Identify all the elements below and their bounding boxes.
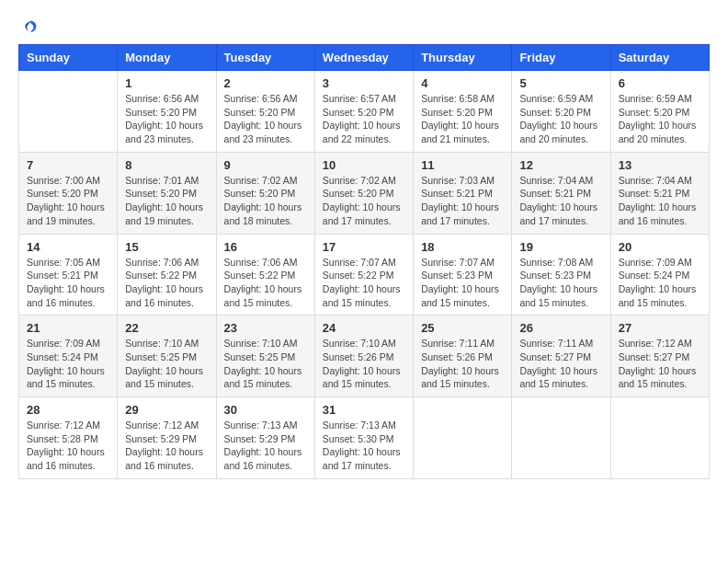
calendar-cell: 24Sunrise: 7:10 AM Sunset: 5:26 PM Dayli… <box>314 316 413 397</box>
calendar-cell: 10Sunrise: 7:02 AM Sunset: 5:20 PM Dayli… <box>314 152 413 234</box>
calendar-cell: 11Sunrise: 7:03 AM Sunset: 5:21 PM Dayli… <box>414 152 512 234</box>
calendar-cell <box>610 397 709 479</box>
calendar-cell: 19Sunrise: 7:08 AM Sunset: 5:23 PM Dayli… <box>512 234 610 316</box>
day-number: 1 <box>125 76 208 90</box>
calendar-cell: 1Sunrise: 6:56 AM Sunset: 5:20 PM Daylig… <box>118 71 216 153</box>
day-number: 19 <box>519 240 602 254</box>
logo <box>18 18 39 35</box>
day-number: 31 <box>323 403 405 417</box>
logo-bird-icon <box>22 18 39 35</box>
calendar-cell: 25Sunrise: 7:11 AM Sunset: 5:26 PM Dayli… <box>414 316 512 397</box>
calendar-header: SundayMondayTuesdayWednesdayThursdayFrid… <box>19 45 710 71</box>
header-friday: Friday <box>512 45 610 71</box>
week-row-3: 14Sunrise: 7:05 AM Sunset: 5:21 PM Dayli… <box>19 234 710 316</box>
week-row-5: 28Sunrise: 7:12 AM Sunset: 5:28 PM Dayli… <box>19 397 710 479</box>
day-number: 20 <box>619 240 701 254</box>
day-number: 9 <box>224 158 307 172</box>
cell-info: Sunrise: 7:04 AM Sunset: 5:21 PM Dayligh… <box>519 174 602 228</box>
calendar-cell <box>512 397 610 479</box>
calendar-cell: 26Sunrise: 7:11 AM Sunset: 5:27 PM Dayli… <box>512 316 610 397</box>
week-row-2: 7Sunrise: 7:00 AM Sunset: 5:20 PM Daylig… <box>19 152 710 234</box>
cell-info: Sunrise: 6:57 AM Sunset: 5:20 PM Dayligh… <box>323 92 405 146</box>
day-number: 2 <box>224 76 307 90</box>
cell-info: Sunrise: 7:05 AM Sunset: 5:21 PM Dayligh… <box>27 256 109 310</box>
cell-info: Sunrise: 6:58 AM Sunset: 5:20 PM Dayligh… <box>421 92 504 146</box>
calendar-cell: 23Sunrise: 7:10 AM Sunset: 5:25 PM Dayli… <box>216 316 314 397</box>
calendar-cell: 17Sunrise: 7:07 AM Sunset: 5:22 PM Dayli… <box>314 234 413 316</box>
cell-info: Sunrise: 7:02 AM Sunset: 5:20 PM Dayligh… <box>224 174 307 228</box>
cell-info: Sunrise: 7:11 AM Sunset: 5:26 PM Dayligh… <box>421 337 504 391</box>
cell-info: Sunrise: 7:03 AM Sunset: 5:21 PM Dayligh… <box>421 174 504 228</box>
day-number: 10 <box>323 158 405 172</box>
day-number: 28 <box>27 403 109 417</box>
cell-info: Sunrise: 6:56 AM Sunset: 5:20 PM Dayligh… <box>125 92 208 146</box>
cell-info: Sunrise: 6:59 AM Sunset: 5:20 PM Dayligh… <box>619 92 701 146</box>
cell-info: Sunrise: 7:10 AM Sunset: 5:25 PM Dayligh… <box>224 337 307 391</box>
day-number: 29 <box>125 403 208 417</box>
header-saturday: Saturday <box>610 45 709 71</box>
calendar-cell: 20Sunrise: 7:09 AM Sunset: 5:24 PM Dayli… <box>610 234 709 316</box>
day-number: 18 <box>421 240 504 254</box>
day-number: 14 <box>27 240 109 254</box>
cell-info: Sunrise: 6:56 AM Sunset: 5:20 PM Dayligh… <box>224 92 307 146</box>
day-number: 17 <box>323 240 405 254</box>
cell-info: Sunrise: 6:59 AM Sunset: 5:20 PM Dayligh… <box>519 92 602 146</box>
cell-info: Sunrise: 7:12 AM Sunset: 5:27 PM Dayligh… <box>619 337 701 391</box>
calendar-cell: 6Sunrise: 6:59 AM Sunset: 5:20 PM Daylig… <box>610 71 709 153</box>
calendar-cell: 28Sunrise: 7:12 AM Sunset: 5:28 PM Dayli… <box>19 397 118 479</box>
calendar-cell: 22Sunrise: 7:10 AM Sunset: 5:25 PM Dayli… <box>118 316 216 397</box>
calendar-body: 1Sunrise: 6:56 AM Sunset: 5:20 PM Daylig… <box>19 71 710 479</box>
day-number: 16 <box>224 240 307 254</box>
cell-info: Sunrise: 7:13 AM Sunset: 5:30 PM Dayligh… <box>323 419 405 473</box>
header-tuesday: Tuesday <box>216 45 314 71</box>
cell-info: Sunrise: 7:06 AM Sunset: 5:22 PM Dayligh… <box>224 256 307 310</box>
calendar-cell: 8Sunrise: 7:01 AM Sunset: 5:20 PM Daylig… <box>118 152 216 234</box>
calendar-cell: 4Sunrise: 6:58 AM Sunset: 5:20 PM Daylig… <box>414 71 512 153</box>
day-number: 30 <box>224 403 307 417</box>
calendar-cell: 21Sunrise: 7:09 AM Sunset: 5:24 PM Dayli… <box>19 316 118 397</box>
cell-info: Sunrise: 7:02 AM Sunset: 5:20 PM Dayligh… <box>323 174 405 228</box>
day-number: 26 <box>519 321 602 335</box>
calendar-cell: 30Sunrise: 7:13 AM Sunset: 5:29 PM Dayli… <box>216 397 314 479</box>
day-number: 7 <box>27 158 109 172</box>
calendar-cell: 31Sunrise: 7:13 AM Sunset: 5:30 PM Dayli… <box>314 397 413 479</box>
header-sunday: Sunday <box>19 45 118 71</box>
day-number: 27 <box>619 321 701 335</box>
day-number: 13 <box>619 158 701 172</box>
cell-info: Sunrise: 7:10 AM Sunset: 5:25 PM Dayligh… <box>125 337 208 391</box>
calendar-cell: 3Sunrise: 6:57 AM Sunset: 5:20 PM Daylig… <box>314 71 413 153</box>
day-number: 3 <box>323 76 405 90</box>
day-number: 21 <box>27 321 109 335</box>
cell-info: Sunrise: 7:01 AM Sunset: 5:20 PM Dayligh… <box>125 174 208 228</box>
calendar-cell: 12Sunrise: 7:04 AM Sunset: 5:21 PM Dayli… <box>512 152 610 234</box>
day-number: 15 <box>125 240 208 254</box>
day-number: 6 <box>619 76 701 90</box>
calendar-cell <box>19 71 118 153</box>
cell-info: Sunrise: 7:11 AM Sunset: 5:27 PM Dayligh… <box>519 337 602 391</box>
header-row: SundayMondayTuesdayWednesdayThursdayFrid… <box>19 45 710 71</box>
calendar-cell: 16Sunrise: 7:06 AM Sunset: 5:22 PM Dayli… <box>216 234 314 316</box>
day-number: 8 <box>125 158 208 172</box>
day-number: 22 <box>125 321 208 335</box>
header-monday: Monday <box>118 45 216 71</box>
calendar-cell: 18Sunrise: 7:07 AM Sunset: 5:23 PM Dayli… <box>414 234 512 316</box>
calendar-cell: 13Sunrise: 7:04 AM Sunset: 5:21 PM Dayli… <box>610 152 709 234</box>
calendar-cell: 9Sunrise: 7:02 AM Sunset: 5:20 PM Daylig… <box>216 152 314 234</box>
week-row-4: 21Sunrise: 7:09 AM Sunset: 5:24 PM Dayli… <box>19 316 710 397</box>
day-number: 12 <box>519 158 602 172</box>
cell-info: Sunrise: 7:09 AM Sunset: 5:24 PM Dayligh… <box>619 256 701 310</box>
cell-info: Sunrise: 7:07 AM Sunset: 5:22 PM Dayligh… <box>323 256 405 310</box>
cell-info: Sunrise: 7:04 AM Sunset: 5:21 PM Dayligh… <box>619 174 701 228</box>
calendar-cell: 15Sunrise: 7:06 AM Sunset: 5:22 PM Dayli… <box>118 234 216 316</box>
cell-info: Sunrise: 7:10 AM Sunset: 5:26 PM Dayligh… <box>323 337 405 391</box>
cell-info: Sunrise: 7:12 AM Sunset: 5:28 PM Dayligh… <box>27 419 109 473</box>
calendar-cell <box>414 397 512 479</box>
cell-info: Sunrise: 7:13 AM Sunset: 5:29 PM Dayligh… <box>224 419 307 473</box>
header-wednesday: Wednesday <box>314 45 413 71</box>
cell-info: Sunrise: 7:08 AM Sunset: 5:23 PM Dayligh… <box>519 256 602 310</box>
calendar-table: SundayMondayTuesdayWednesdayThursdayFrid… <box>18 44 710 479</box>
day-number: 4 <box>421 76 504 90</box>
cell-info: Sunrise: 7:09 AM Sunset: 5:24 PM Dayligh… <box>27 337 109 391</box>
week-row-1: 1Sunrise: 6:56 AM Sunset: 5:20 PM Daylig… <box>19 71 710 153</box>
cell-info: Sunrise: 7:06 AM Sunset: 5:22 PM Dayligh… <box>125 256 208 310</box>
